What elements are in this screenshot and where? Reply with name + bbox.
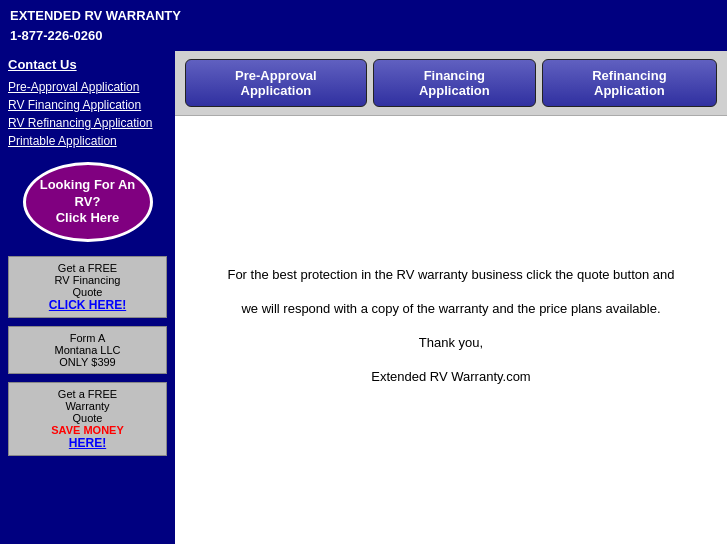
box3-line1: Get a FREE (15, 388, 160, 400)
rv-banner[interactable]: Looking For An RV?Click Here (23, 162, 153, 242)
body-line2: we will respond with a copy of the warra… (227, 296, 674, 322)
box2-line2: Montana LLC (15, 344, 160, 356)
box1-line3: Quote (15, 286, 160, 298)
body-text: For the best protection in the RV warran… (227, 262, 674, 398)
box3-cta[interactable]: HERE! (15, 436, 160, 450)
body-line3: Thank you, (227, 330, 674, 356)
rv-banner-text: Looking For An RV?Click Here (26, 177, 150, 228)
box1-cta[interactable]: CLICK HERE! (15, 298, 160, 312)
main-content: Pre-Approval Application Financing Appli… (175, 51, 727, 544)
contact-us-link[interactable]: Contact Us (8, 57, 167, 72)
box3-line2: Warranty (15, 400, 160, 412)
header: EXTENDED RV WARRANTY 1-877-226-0260 (0, 0, 727, 51)
montana-llc-box[interactable]: Form A Montana LLC ONLY $399 (8, 326, 167, 374)
box2-line3: ONLY $399 (15, 356, 160, 368)
sidebar-link-printable[interactable]: Printable Application (8, 134, 167, 148)
box1-line2: RV Financing (15, 274, 160, 286)
body-line4: Extended RV Warranty.com (227, 364, 674, 390)
content-area: For the best protection in the RV warran… (175, 116, 727, 544)
sidebar-link-refinancing[interactable]: RV Refinancing Application (8, 116, 167, 130)
sidebar-link-financing[interactable]: RV Financing Application (8, 98, 167, 112)
tab-refinancing[interactable]: Refinancing Application (542, 59, 717, 107)
tabs-row: Pre-Approval Application Financing Appli… (175, 51, 727, 116)
box2-line1: Form A (15, 332, 160, 344)
body-line1: For the best protection in the RV warran… (227, 262, 674, 288)
tab-preapproval[interactable]: Pre-Approval Application (185, 59, 367, 107)
sidebar-link-preapproval[interactable]: Pre-Approval Application (8, 80, 167, 94)
site-title: EXTENDED RV WARRANTY (10, 6, 717, 26)
box3-line3: Quote (15, 412, 160, 424)
sidebar: Contact Us Pre-Approval Application RV F… (0, 51, 175, 544)
financing-quote-box[interactable]: Get a FREE RV Financing Quote CLICK HERE… (8, 256, 167, 318)
box1-line1: Get a FREE (15, 262, 160, 274)
phone-number: 1-877-226-0260 (10, 26, 717, 46)
tab-financing[interactable]: Financing Application (373, 59, 536, 107)
box3-save: SAVE MONEY (15, 424, 160, 436)
warranty-quote-box[interactable]: Get a FREE Warranty Quote SAVE MONEY HER… (8, 382, 167, 456)
